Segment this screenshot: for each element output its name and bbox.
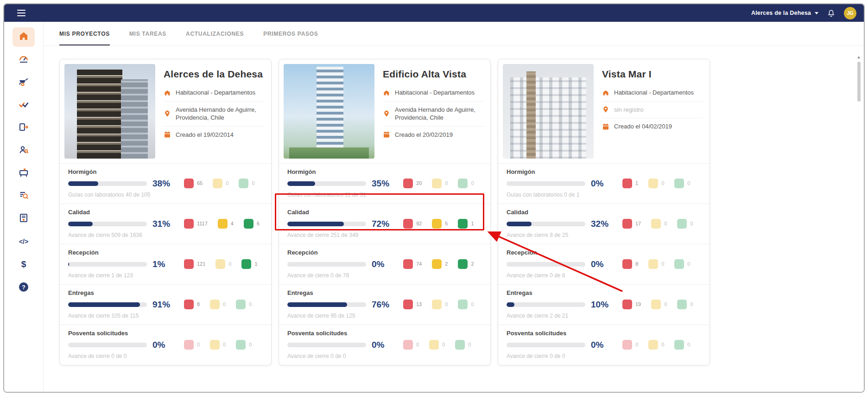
metric-row: Calidad 32% Avance de cierre 8 de 25 17 … [498, 204, 710, 244]
red-count: 65 [197, 180, 203, 186]
green-chip [458, 219, 468, 229]
map-pin-icon [164, 110, 171, 117]
project-selector[interactable]: Alerces de la Dehesa [751, 10, 818, 16]
yellow-chip [648, 259, 658, 269]
yellow-count: 0 [223, 301, 226, 307]
badge: 20 [403, 179, 422, 188]
tab-mis-tareas[interactable]: MIS TAREAS [129, 22, 166, 45]
metric-percent: 10% [591, 300, 608, 310]
yellow-chip [432, 259, 442, 269]
scroll-up-arrow[interactable]: ▲ [857, 55, 861, 59]
double-check-icon [18, 99, 29, 112]
badge: 0 [674, 259, 690, 269]
sidebar-item-finanzas[interactable]: $ [13, 255, 35, 274]
tab-primeros-pasos[interactable]: PRIMEROS PASOS [263, 22, 318, 45]
project-card[interactable]: Vista Mar I Habitacional - Departamentos… [498, 59, 710, 365]
scrollbar-thumb[interactable] [857, 62, 861, 102]
red-count: 74 [416, 261, 422, 267]
metric-subtitle: Avance de cierre 0 de 0 [68, 353, 178, 359]
metric-subtitle: Avance de cierre 2 de 21 [507, 313, 617, 319]
user-avatar[interactable]: JG [844, 7, 856, 19]
sidebar-item-dashboard[interactable] [13, 50, 35, 70]
progress-fill [68, 181, 98, 186]
progress-fill [68, 262, 69, 267]
red-chip [184, 340, 194, 350]
badge: 0 [184, 340, 200, 350]
metric-row: Posventa solicitudes 0% Avance de cierre… [60, 325, 271, 365]
metric-percent: 0% [591, 259, 603, 269]
yellow-chip [215, 259, 225, 269]
metric-percent: 1% [152, 259, 165, 269]
badge: 0 [677, 219, 693, 229]
green-count: 0 [471, 301, 474, 307]
box-arrow-icon [18, 121, 29, 134]
calendar-icon [602, 123, 609, 130]
sidebar-item-integraciones[interactable]: </> [13, 232, 35, 251]
sidebar-item-traspaso[interactable] [13, 118, 35, 138]
green-chip [674, 340, 684, 350]
green-count: 2 [471, 261, 474, 267]
sidebar-item-planos[interactable] [13, 164, 35, 183]
yellow-count: 0 [661, 180, 664, 186]
sidebar-item-home[interactable] [13, 27, 35, 47]
progress-bar [287, 222, 366, 226]
badge: 121 [184, 259, 205, 269]
tab-actualizaciones[interactable]: ACTUALIZACIONES [186, 22, 244, 45]
project-title: Alerces de la Dehesa [164, 69, 265, 80]
map-pin-icon [602, 106, 609, 113]
metric-subtitle: Avance de cierre 0 de 8 [507, 272, 617, 279]
sidebar-item-inspecciones[interactable] [13, 186, 35, 206]
hamburger-menu-icon[interactable] [17, 10, 25, 17]
metric-row: Hormigón 0% Guías con laboratorios 0 de … [498, 163, 710, 204]
green-count: 0 [690, 301, 693, 307]
metric-label: Posventa solicitudes [507, 330, 617, 337]
red-count: 121 [197, 261, 205, 267]
sidebar-item-certificados[interactable] [13, 209, 35, 229]
progress-bar [68, 302, 147, 307]
yellow-count: 0 [223, 342, 226, 347]
project-category-row: Habitacional - Departamentos [164, 84, 265, 101]
metric-row: Entregas 76% Avance de cierre 95 de 125 … [279, 284, 490, 325]
yellow-chip [651, 219, 661, 229]
progress-fill [68, 302, 140, 307]
badge: 74 [403, 259, 422, 269]
scrollbar[interactable]: ▲ [855, 55, 862, 388]
notifications-bell-icon[interactable] [827, 9, 836, 18]
badge: 19 [622, 300, 641, 309]
metric-subtitle: Guías con laboratorios 40 de 105 [68, 192, 178, 198]
sidebar-item-ayuda[interactable]: ? [13, 277, 35, 297]
project-card[interactable]: Edificio Alta Vista Habitacional - Depar… [279, 59, 491, 365]
green-chip [677, 300, 687, 309]
map-pin-icon [383, 110, 390, 117]
sidebar-item-tareas[interactable] [13, 96, 35, 115]
badge: 0 [674, 340, 690, 350]
yellow-chip [432, 300, 442, 309]
green-chip [236, 300, 246, 309]
tab-mis-proyectos[interactable]: MIS PROYECTOS [59, 22, 110, 45]
project-category-row: Habitacional - Departamentos [383, 84, 484, 101]
project-title: Vista Mar I [602, 69, 703, 80]
badge: 0 [236, 300, 252, 309]
help-icon: ? [19, 282, 28, 292]
sidebar-item-clientes[interactable] [13, 141, 35, 160]
project-category-text: Habitacional - Departamentos [395, 89, 475, 97]
project-created-row: Creado el 20/02/2019 [383, 126, 484, 143]
green-chip [239, 179, 248, 188]
badge: 8 [184, 300, 200, 309]
project-created-row: Creado el 19/02/2014 [164, 126, 265, 143]
red-chip [622, 219, 632, 229]
sidebar-item-obra[interactable] [13, 73, 35, 92]
progress-bar [68, 222, 147, 226]
progress-bar [507, 302, 585, 307]
project-location-row: sin registro [602, 101, 703, 118]
project-card[interactable]: Alerces de la Dehesa Habitacional - Depa… [59, 59, 272, 365]
project-location-text: sin registro [614, 106, 644, 114]
red-chip [403, 219, 413, 229]
red-count: 0 [416, 342, 419, 347]
progress-fill [507, 302, 514, 307]
chevron-down-icon [815, 12, 818, 14]
progress-bar [287, 343, 366, 347]
yellow-chip [648, 340, 658, 350]
metric-row: Recepción 0% Avance de cierre 0 de 78 74… [279, 244, 490, 284]
metric-percent: 76% [372, 300, 389, 310]
